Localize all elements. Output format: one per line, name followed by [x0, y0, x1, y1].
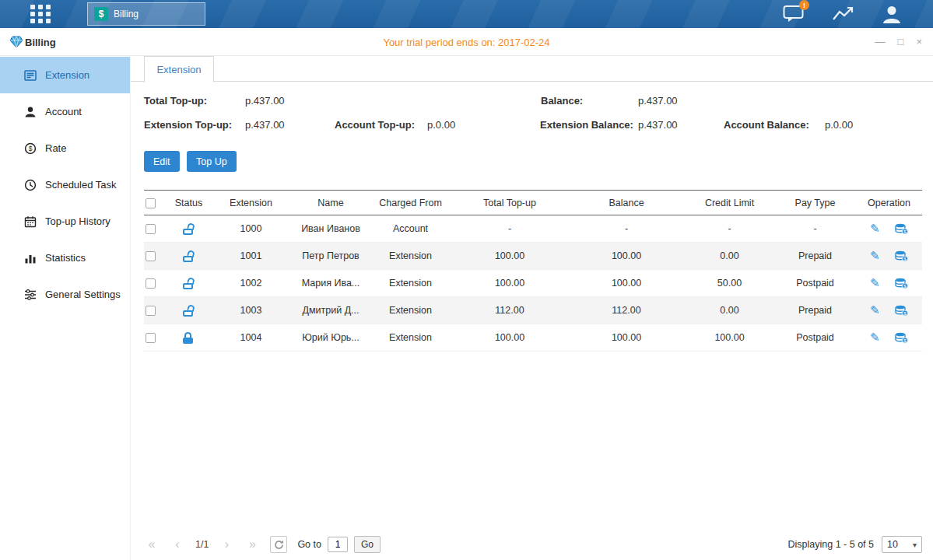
col-credit-limit: Credit Limit	[685, 191, 774, 215]
col-name: Name	[292, 191, 370, 215]
maximize-button[interactable]: □	[898, 36, 904, 47]
cell-credit-limit: -	[685, 215, 774, 243]
row-checkbox[interactable]	[146, 306, 156, 316]
row-checkbox[interactable]	[146, 333, 156, 343]
tab-extension[interactable]: Extension	[144, 56, 214, 82]
goto-label: Go to	[297, 539, 321, 550]
cell-credit-limit: 50.00	[685, 270, 774, 297]
billing-dollar-icon: $	[94, 7, 108, 21]
account-balance-label: Account Balance:	[724, 119, 809, 131]
row-checkbox[interactable]	[146, 224, 156, 234]
last-page-button[interactable]: »	[244, 537, 260, 552]
cell-extension: 1002	[210, 270, 292, 297]
edit-icon[interactable]: ✎	[870, 249, 880, 263]
balance-label: Balance:	[541, 95, 583, 107]
cell-name: Иван Иванов	[292, 215, 370, 243]
extension-balance-value: p.437.00	[638, 119, 678, 131]
sliders-icon	[24, 289, 37, 301]
sidebar-item-scheduled-task[interactable]: Scheduled Task	[0, 166, 130, 203]
refresh-button[interactable]	[270, 536, 287, 553]
edit-icon[interactable]: ✎	[870, 276, 880, 290]
lock-status-icon[interactable]	[183, 305, 195, 317]
sidebar-item-rate[interactable]: $ Rate	[0, 130, 130, 166]
cell-extension: 1004	[210, 324, 292, 352]
sidebar-item-extension[interactable]: Extension	[0, 57, 130, 93]
edit-icon[interactable]: ✎	[870, 331, 880, 345]
table-row: 1004 Юрий Юрь... Extension 100.00 100.00…	[144, 324, 922, 352]
table-header-row: Status Extension Name Charged From Total…	[144, 191, 922, 215]
cell-extension: 1001	[210, 243, 292, 270]
extension-table: Status Extension Name Charged From Total…	[144, 190, 922, 352]
cell-total-topup: -	[451, 215, 568, 243]
col-extension: Extension	[210, 191, 292, 215]
total-topup-value: p.437.00	[245, 95, 285, 107]
topup-icon[interactable]: $	[895, 223, 908, 235]
cell-pay-type: -	[774, 215, 856, 243]
messages-icon[interactable]: !	[783, 5, 804, 23]
cell-name: Мария Ива...	[292, 270, 370, 297]
row-checkbox[interactable]	[146, 251, 156, 261]
table-row: 1002 Мария Ива... Extension 100.00 100.0…	[144, 270, 922, 297]
cell-charged-from: Extension	[370, 270, 451, 297]
edit-icon[interactable]: ✎	[870, 222, 880, 236]
goto-page-input[interactable]	[328, 537, 348, 552]
col-status: Status	[167, 191, 210, 215]
cell-balance: -	[568, 215, 685, 243]
cell-balance: 100.00	[568, 243, 685, 270]
select-all-checkbox[interactable]	[146, 198, 156, 208]
rate-icon: $	[24, 142, 37, 155]
window-controls: — □ ×	[875, 36, 922, 47]
lock-status-icon[interactable]	[183, 223, 195, 235]
sidebar-item-label: General Settings	[45, 289, 121, 300]
sidebar-item-label: Top-up History	[45, 215, 110, 227]
topup-icon[interactable]: $	[895, 278, 908, 289]
user-icon[interactable]	[882, 5, 902, 24]
prev-page-button[interactable]: ‹	[170, 537, 185, 552]
sidebar-item-topup-history[interactable]: Top-up History	[0, 203, 130, 240]
extension-balance-label: Extension Balance:	[540, 119, 633, 131]
notification-badge: !	[799, 0, 809, 10]
lock-status-icon[interactable]	[183, 278, 195, 289]
lock-status-icon[interactable]	[183, 250, 195, 262]
row-checkbox[interactable]	[146, 278, 156, 289]
sidebar-item-label: Account	[45, 106, 82, 117]
cell-name: Юрий Юрь...	[292, 324, 370, 352]
cell-balance: 112.00	[568, 297, 685, 324]
taskbar-tab-label: Billing	[114, 9, 139, 19]
sidebar-item-label: Rate	[45, 142, 66, 154]
displaying-text: Displaying 1 - 5 of 5	[788, 539, 874, 550]
sidebar-item-account[interactable]: Account	[0, 93, 130, 130]
sidebar-item-statistics[interactable]: Statistics	[0, 240, 130, 276]
cell-balance: 100.00	[568, 270, 685, 297]
cell-pay-type: Prepaid	[774, 297, 856, 324]
balance-value: p.437.00	[638, 95, 678, 107]
edit-button[interactable]: Edit	[144, 151, 180, 172]
next-page-button[interactable]: ›	[219, 537, 234, 552]
edit-icon[interactable]: ✎	[870, 303, 880, 317]
topup-icon[interactable]: $	[895, 305, 908, 317]
page-size-value: 10	[887, 539, 898, 550]
cell-pay-type: Postpaid	[774, 270, 856, 297]
cell-charged-from: Extension	[370, 324, 451, 352]
topup-icon[interactable]: $	[895, 250, 908, 262]
cell-total-topup: 100.00	[451, 324, 568, 352]
extension-topup-label: Extension Top-up:	[144, 119, 232, 131]
trial-notice: Your trial period ends on: 2017-02-24	[0, 37, 933, 48]
minimize-button[interactable]: —	[875, 36, 886, 47]
cell-credit-limit: 0.00	[685, 297, 774, 324]
topup-button[interactable]: Top Up	[187, 151, 237, 172]
close-button[interactable]: ×	[916, 36, 922, 47]
go-button[interactable]: Go	[354, 536, 381, 553]
cell-charged-from: Extension	[370, 243, 451, 270]
col-operation: Operation	[856, 191, 922, 215]
lock-status-icon[interactable]	[183, 332, 195, 344]
first-page-button[interactable]: «	[144, 537, 160, 552]
sidebar-item-general-settings[interactable]: General Settings	[0, 276, 130, 313]
col-charged-from: Charged From	[370, 191, 451, 215]
chart-icon[interactable]	[832, 5, 854, 23]
taskbar-tab-billing[interactable]: $ Billing	[87, 2, 205, 26]
topup-icon[interactable]: $	[895, 332, 908, 344]
page-size-select[interactable]: 10 ▾	[882, 536, 922, 553]
apps-grid-icon[interactable]	[30, 4, 51, 24]
col-total-topup: Total Top-up	[451, 191, 568, 215]
